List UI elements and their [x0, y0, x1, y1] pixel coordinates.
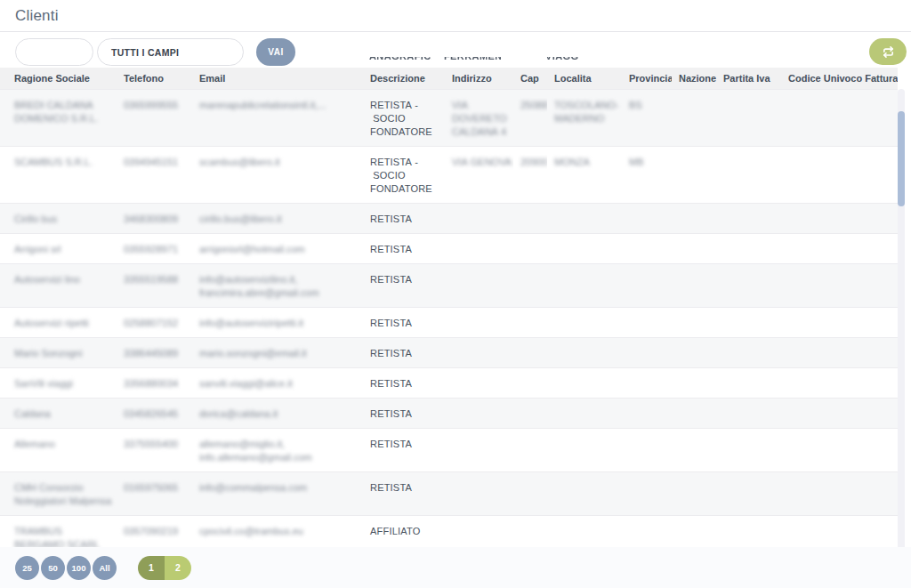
cell-email: allemano@miglio.it, info.allemano@gmail.…	[199, 439, 312, 463]
cell-descrizione: RETISTA	[370, 213, 412, 224]
cell-ragione-sociale: Cirillo bus	[14, 213, 57, 224]
cell-cap: 25088	[520, 100, 547, 110]
cell-telefono: 0357090219	[124, 526, 178, 536]
cell-descrizione: RETISTA	[370, 274, 412, 285]
cell-email: arrigonisrl@hotmail.com	[199, 244, 305, 254]
column-header-partita-iva[interactable]: Partita Iva	[716, 68, 781, 89]
cell-localita: MONZA	[554, 157, 590, 167]
cell-indirizzo: VIA GENOVA 12	[452, 157, 513, 167]
page-1-button[interactable]: 1	[138, 556, 165, 580]
cell-descrizione: RETISTA	[370, 482, 412, 493]
cell-email: dorica@caldana.it	[199, 408, 278, 419]
cell-telefono: 3355519588	[124, 274, 178, 285]
column-header-nazione[interactable]: Nazione	[672, 68, 716, 89]
table-row[interactable]: Autoservizi lino3355519588info@autoservi…	[0, 263, 898, 307]
column-header-provincia[interactable]: Provincia	[622, 68, 672, 89]
cell-email: info@autoserviziripetti.it	[199, 318, 303, 328]
page-2-button[interactable]: 2	[165, 556, 191, 580]
cell-ragione-sociale: Caldana	[14, 408, 51, 419]
cell-cap: 20900	[520, 157, 547, 167]
search-field-selector[interactable]: TUTTI I CAMPI	[97, 38, 244, 66]
column-header-telefono[interactable]: Telefono	[117, 68, 192, 89]
cell-ragione-sociale: Arrigoni srl	[14, 244, 61, 254]
page-title: Clienti	[15, 7, 59, 25]
pagination-bar: 25 50 100 All 1 2	[0, 547, 911, 588]
cell-provincia: BS	[629, 100, 642, 110]
table-row[interactable]: BREDI CALDANA DOMENICO S.R.L.0365999555m…	[0, 89, 898, 146]
table-row[interactable]: Caldana0345826545dorica@caldana.itRETIST…	[0, 398, 898, 428]
cell-descrizione: RETISTA	[370, 348, 412, 358]
search-input[interactable]	[15, 38, 93, 66]
clipped-header-fragment: FERRAMENTA	[444, 57, 501, 65]
cell-email: mario.sonzogni@email.it	[199, 348, 307, 358]
table-row[interactable]: SanVili viaggi3356880034sanvili.viaggi@a…	[0, 367, 898, 398]
table-row[interactable]: Autoservizi ripetti0258807152info@autose…	[0, 307, 898, 337]
page-size-25-button[interactable]: 25	[15, 556, 39, 580]
cell-provincia: MB	[629, 157, 644, 167]
cell-email: info@autoservizilino.it, francimira.abre…	[199, 274, 319, 298]
cell-ragione-sociale: Allemano	[14, 439, 55, 449]
column-header-ragione-sociale[interactable]: Ragione Sociale	[0, 68, 117, 89]
column-header-localita[interactable]: Localita	[547, 68, 622, 89]
clipped-header-fragment: VIAGGI	[545, 57, 579, 65]
column-header-email[interactable]: Email	[192, 68, 363, 89]
cell-descrizione: AFFILIATO	[370, 526, 420, 536]
cell-ragione-sociale: Mario Sonzogni	[14, 348, 82, 358]
cell-telefono: 3468300809	[124, 213, 178, 224]
cell-descrizione: RETISTA	[370, 244, 412, 254]
cell-indirizzo: VIA DOVERETO CALDANA 4	[452, 100, 507, 137]
cell-descrizione: RETISTA - SOCIO FONDATORE	[370, 157, 432, 194]
table-row[interactable]: Cirillo bus3468300809cirillo.bus@libero.…	[0, 203, 898, 233]
title-bar: Clienti	[0, 0, 911, 32]
column-header-cap[interactable]: Cap	[513, 68, 547, 89]
cell-telefono: 3375555400	[124, 439, 178, 449]
column-header-descrizione[interactable]: Descrizione	[363, 68, 445, 89]
table-row[interactable]: Arrigoni srl0355928971arrigonisrl@hotmai…	[0, 233, 898, 263]
cell-email: marenapublicrelationsintl.it,...	[199, 100, 326, 110]
page-size-all-button[interactable]: All	[93, 556, 117, 580]
cell-ragione-sociale: SanVili viaggi	[14, 378, 73, 389]
cell-telefono: 0355928971	[124, 244, 178, 254]
cell-descrizione: RETISTA	[370, 378, 412, 389]
cell-telefono: 0165975065	[124, 482, 178, 493]
cell-telefono: 0365999555	[124, 100, 178, 110]
cell-email: scambus@libero.it	[199, 157, 280, 167]
cell-ragione-sociale: TRAMBUS BERGAMO SCARL	[14, 526, 100, 550]
column-header-indirizzo[interactable]: Indirizzo	[445, 68, 513, 89]
refresh-button[interactable]	[869, 38, 907, 65]
cell-descrizione: RETISTA - SOCIO FONDATORE	[370, 100, 432, 137]
cell-email: cirillo.bus@libero.it	[199, 213, 281, 224]
table-row[interactable]: CMH Consorzio Noleggiatori Malpensa01659…	[0, 471, 898, 515]
table-row[interactable]: Mario Sonzogni3386445089mario.sonzogni@e…	[0, 337, 898, 367]
cell-email: sanvili.viaggi@alice.it	[199, 378, 293, 389]
cell-telefono: 0394945151	[124, 157, 178, 167]
cell-ragione-sociale: Autoservizi lino	[14, 274, 80, 285]
column-header-codice-univoco[interactable]: Codice Univoco Fatturazione	[781, 68, 898, 89]
scrollbar-thumb[interactable]	[898, 111, 905, 206]
repeat-icon	[882, 45, 895, 59]
cell-telefono: 3386445089	[124, 348, 178, 358]
scrollbar-track[interactable]	[898, 89, 905, 552]
cell-ragione-sociale: BREDI CALDANA DOMENICO S.R.L.	[14, 100, 98, 124]
cell-telefono: 3356880034	[124, 378, 178, 389]
cell-ragione-sociale: CMH Consorzio Noleggiatori Malpensa	[14, 482, 111, 506]
table-header-row: Ragione Sociale Telefono Email Descrizio…	[0, 68, 898, 89]
go-button[interactable]: VAI	[256, 38, 295, 66]
clients-table: Ragione Sociale Telefono Email Descrizio…	[0, 68, 898, 588]
cell-descrizione: RETISTA	[370, 439, 412, 449]
cell-descrizione: RETISTA	[370, 318, 412, 328]
cell-localita: TOSCOLANO- MADERNO	[554, 100, 619, 124]
cell-telefono: 0345826545	[124, 408, 178, 419]
page-selector: 1 2	[138, 556, 191, 580]
clipped-header-fragment: ANAGRAFICA	[369, 57, 431, 65]
cell-descrizione: RETISTA	[370, 408, 412, 419]
table-row[interactable]: SCAMBUS S.R.L.0394945151scambus@libero.i…	[0, 146, 898, 203]
clienti-page: Clienti TUTTI I CAMPI VAI ANAGRAFICA FER…	[0, 0, 911, 588]
page-size-100-button[interactable]: 100	[67, 556, 91, 580]
search-field-selector-value: TUTTI I CAMPI	[111, 47, 179, 58]
page-size-50-button[interactable]: 50	[41, 556, 65, 580]
table-row[interactable]: Allemano3375555400allemano@miglio.it, in…	[0, 428, 898, 471]
cell-email: info@commalpensa.com	[199, 482, 307, 493]
cell-ragione-sociale: Autoservizi ripetti	[14, 318, 89, 328]
cell-email: cpocivil.co@trambus.eu	[199, 526, 303, 536]
